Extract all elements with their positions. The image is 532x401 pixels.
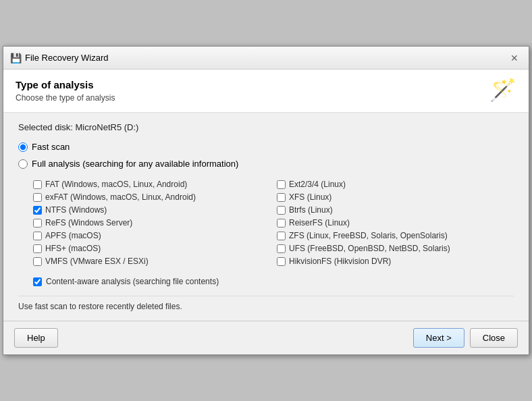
hfsplus-label: HFS+ (macOS) [45,244,101,253]
vmfs-label: VMFS (VMware ESX / ESXi) [45,257,149,266]
btrfs-checkbox-item[interactable]: Btrfs (Linux) [277,205,514,215]
vmfs-checkbox-item[interactable]: VMFS (VMware ESX / ESXi) [33,257,270,266]
apfs-checkbox-item[interactable]: APFS (macOS) [33,231,270,240]
hikvisionfs-label: HikvisionFS (Hikvision DVR) [289,257,391,266]
full-analysis-label: Full analysis (searching for any availab… [32,159,238,169]
hikvisionfs-checkbox[interactable] [277,257,286,266]
ufs-checkbox-item[interactable]: UFS (FreeBSD, OpenBSD, NetBSD, Solaris) [277,244,514,253]
refs-checkbox[interactable] [33,219,42,228]
btrfs-checkbox[interactable] [277,206,286,215]
dialog-title: File Recovery Wizard [25,53,109,63]
ntfs-checkbox-item[interactable]: NTFS (Windows) [33,205,270,215]
header-heading: Type of analysis [16,79,115,90]
zfs-checkbox[interactable] [277,232,286,240]
hfsplus-checkbox[interactable] [33,244,42,253]
ntfs-checkbox[interactable] [33,206,42,215]
full-analysis-radio[interactable] [18,159,28,169]
ext234-checkbox[interactable] [277,180,286,189]
exfat-label: exFAT (Windows, macOS, Linux, Android) [45,192,196,202]
refs-checkbox-item[interactable]: ReFS (Windows Server) [33,218,270,228]
zfs-label: ZFS (Linux, FreeBSD, Solaris, OpenSolari… [289,231,448,240]
xfs-label: XFS (Linux) [289,192,331,202]
fast-scan-option[interactable]: Fast scan [18,142,514,152]
header-text: Type of analysis Choose the type of anal… [16,79,115,103]
reiserfs-label: ReiserFS (Linux) [289,218,350,228]
footer: Help Next > Close [3,321,529,354]
next-button[interactable]: Next > [413,328,464,348]
exfat-checkbox-item[interactable]: exFAT (Windows, macOS, Linux, Android) [33,192,270,202]
full-analysis-option[interactable]: Full analysis (searching for any availab… [18,159,514,169]
info-text: Use fast scan to restore recently delete… [18,296,514,311]
fat-checkbox-item[interactable]: FAT (Windows, macOS, Linux, Android) [33,180,270,189]
selected-disk-label: Selected disk: MicroNetR5 (D:) [18,122,514,132]
reiserfs-checkbox[interactable] [277,219,286,228]
xfs-checkbox[interactable] [277,193,286,202]
apfs-label: APFS (macOS) [45,231,101,240]
footer-right: Next > Close [413,328,518,348]
refs-label: ReFS (Windows Server) [45,218,132,228]
btrfs-label: Btrfs (Linux) [289,205,333,215]
close-button[interactable]: Close [470,328,518,348]
hfsplus-checkbox-item[interactable]: HFS+ (macOS) [33,244,270,253]
close-window-button[interactable]: ✕ [507,51,522,65]
fast-scan-label: Fast scan [32,142,70,152]
ext234-label: Ext2/3/4 (Linux) [289,180,346,189]
title-bar-left: 💾 File Recovery Wizard [10,53,109,63]
filesystem-checkbox-grid: FAT (Windows, macOS, Linux, Android) Ext… [33,180,514,266]
fat-label: FAT (Windows, macOS, Linux, Android) [45,180,187,189]
content-area: Selected disk: MicroNetR5 (D:) Fast scan… [3,113,529,321]
header-section: Type of analysis Choose the type of anal… [3,70,529,113]
file-recovery-dialog: 💾 File Recovery Wizard ✕ Type of analysi… [3,46,529,355]
content-aware-checkbox[interactable] [33,277,42,286]
help-button[interactable]: Help [14,328,58,348]
analysis-radio-group: Fast scan Full analysis (searching for a… [18,142,514,266]
reiserfs-checkbox-item[interactable]: ReiserFS (Linux) [277,218,514,228]
ext234-checkbox-item[interactable]: Ext2/3/4 (Linux) [277,180,514,189]
ufs-label: UFS (FreeBSD, OpenBSD, NetBSD, Solaris) [289,244,450,253]
zfs-checkbox-item[interactable]: ZFS (Linux, FreeBSD, Solaris, OpenSolari… [277,231,514,240]
fat-checkbox[interactable] [33,180,42,189]
ntfs-label: NTFS (Windows) [45,205,107,215]
hikvisionfs-checkbox-item[interactable]: HikvisionFS (Hikvision DVR) [277,257,514,266]
app-icon: 💾 [10,53,21,63]
content-aware-section: Content-aware analysis (searching file c… [33,277,514,286]
title-bar: 💾 File Recovery Wizard ✕ [3,47,529,70]
apfs-checkbox[interactable] [33,232,42,240]
ufs-checkbox[interactable] [277,244,286,253]
vmfs-checkbox[interactable] [33,257,42,266]
fast-scan-radio[interactable] [18,142,28,152]
content-aware-label: Content-aware analysis (searching file c… [46,277,219,286]
xfs-checkbox-item[interactable]: XFS (Linux) [277,192,514,202]
header-subheading: Choose the type of analysis [16,93,115,103]
wizard-icon: 🪄 [489,79,516,101]
exfat-checkbox[interactable] [33,193,42,202]
footer-left: Help [14,328,58,348]
